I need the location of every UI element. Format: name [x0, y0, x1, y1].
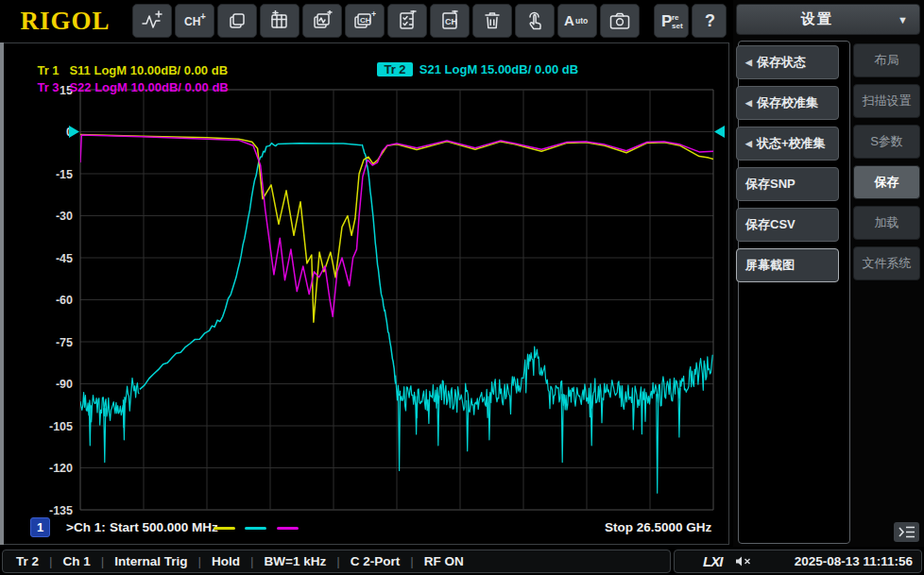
tab-label: 加载 [875, 214, 899, 231]
svg-text:CH: CH [184, 15, 200, 28]
sidebar-tab-2[interactable]: 扫描设置 [853, 84, 920, 118]
stop-frequency-label[interactable]: Stop 26.5000 GHz [605, 520, 711, 534]
datetime-label: 2025-08-13 11:11:56 [795, 554, 913, 568]
sidebar-tab-4[interactable]: 保存 [853, 165, 920, 199]
sidebar-tab-1[interactable]: 布局 [853, 43, 920, 77]
submenu-arrow-icon: ◀ [745, 98, 752, 108]
status-separator: | [198, 554, 202, 568]
submenu-label: 保存CSV [745, 216, 796, 233]
help-icon: ? [702, 10, 717, 31]
window-trace-button[interactable] [302, 4, 342, 38]
sidebar-tab-3[interactable]: S参数 [853, 125, 920, 159]
chart-window[interactable] [1, 42, 729, 545]
status-separator: | [250, 554, 254, 568]
status-item-4: Hold [212, 554, 240, 568]
layers-icon [227, 10, 248, 31]
submenu-item-3[interactable]: ◀状态+校准集 [736, 127, 839, 161]
tab-label: 扫描设置 [863, 93, 912, 110]
channel-new-button[interactable]: CH+ [175, 4, 214, 38]
auto-icon: Auto [563, 11, 591, 30]
window-number-badge[interactable]: 1 [30, 517, 50, 537]
legend-swatch-s21 [245, 527, 266, 530]
delete-button[interactable] [472, 4, 512, 38]
status-bar: Tr 2|Ch 1|Internal Trig|Hold|BW=1 kHz|C … [0, 548, 924, 575]
recall-channel-button[interactable]: CH [430, 4, 470, 38]
window-channel-button[interactable]: CH+ [345, 4, 385, 38]
submenu-label: 屏幕截图 [745, 257, 795, 274]
rigol-logo: RIGOL [4, 3, 127, 39]
table-plus-icon [269, 10, 290, 31]
status-item-3: Internal Trig [114, 554, 187, 568]
trash-icon [483, 10, 502, 31]
toolbar: RIGOL CH+CH+CHAutoPreset? [0, 0, 729, 42]
touch-icon [524, 10, 545, 31]
submenu-label: 保存SNP [745, 176, 796, 193]
svg-text:A: A [564, 12, 574, 28]
submenu-item-1[interactable]: ◀保存状态 [736, 45, 839, 79]
table-new-button[interactable] [260, 4, 299, 38]
trace-new-icon [141, 10, 163, 31]
svg-text:?: ? [705, 11, 715, 30]
trace3-params: S22 LogM 10.00dB/ 0.00 dB [69, 80, 228, 94]
preset-icon: Preset [659, 10, 684, 31]
preset-button[interactable]: Preset [654, 4, 689, 38]
channel-prefix: >Ch 1: [66, 520, 106, 534]
svg-text:uto: uto [575, 16, 588, 25]
svg-text:set: set [672, 22, 683, 30]
trace-label-tr3[interactable]: Tr 3 S22 LogM 10.00dB/ 0.00 dB [24, 66, 229, 109]
recall-state-button[interactable] [387, 4, 427, 38]
status-item-2: Ch 1 [63, 554, 91, 568]
status-separator: | [49, 554, 53, 568]
touch-button[interactable] [515, 4, 555, 38]
submenu-label: 保存校准集 [757, 94, 818, 111]
toolbar-buttons: CH+CH+CHAutoPreset? [132, 4, 729, 38]
window-active-edge [0, 42, 4, 545]
submenu-item-2[interactable]: ◀保存校准集 [736, 86, 839, 120]
autoscale-button[interactable]: Auto [557, 4, 597, 38]
trace-new-button[interactable] [132, 4, 172, 38]
chevron-down-icon: ▼ [898, 14, 908, 25]
page-channel-icon: CH [439, 10, 460, 31]
trace2-params: S21 LogM 15.00dB/ 0.00 dB [419, 62, 578, 76]
sidebar-tab-5[interactable]: 加载 [853, 206, 920, 240]
tab-label: 保存 [875, 174, 899, 191]
submenu-arrow-icon: ◀ [745, 139, 752, 148]
sidebar-title: 设置 [737, 10, 898, 28]
help-button[interactable]: ? [692, 4, 727, 38]
submenu-item-6[interactable]: 屏幕截图 [736, 248, 839, 282]
camera-icon [608, 11, 631, 30]
tab-label: S参数 [870, 133, 903, 150]
window-trace-icon [312, 10, 333, 31]
submenu-item-5[interactable]: 保存CSV [736, 208, 839, 242]
status-right: LXI 2025-08-13 11:11:56 [674, 550, 922, 573]
submenu-arrow-icon: ◀ [745, 58, 752, 67]
lxi-logo: LXI [703, 553, 722, 569]
submenu-item-4[interactable]: 保存SNP [736, 167, 839, 201]
svg-text:CH: CH [445, 17, 457, 26]
status-separator: | [336, 554, 340, 568]
menu-collapse-button[interactable] [894, 522, 919, 542]
status-item-1: Tr 2 [16, 554, 39, 568]
window-channel-icon: CH+ [353, 10, 376, 31]
submenu-label: 状态+校准集 [757, 135, 826, 152]
speaker-mute-icon[interactable] [735, 555, 751, 567]
legend-swatch-s11 [214, 527, 235, 530]
status-items: Tr 2|Ch 1|Internal Trig|Hold|BW=1 kHz|C … [2, 550, 671, 573]
submenu-label: 保存状态 [757, 54, 806, 71]
svg-text:CH: CH [360, 16, 371, 25]
svg-text:+: + [200, 11, 206, 22]
page-check-icon [397, 10, 418, 31]
screenshot-button[interactable] [600, 4, 640, 38]
channel-row: 1 >Ch 1: Start 500.000 MHz Stop 26.5000 … [0, 517, 729, 540]
sidebar-tab-6[interactable]: 文件系统 [853, 246, 920, 280]
status-item-6: C 2-Port [351, 554, 401, 568]
window-layout-button[interactable] [217, 4, 257, 38]
trace2-active-badge: Tr 2 [377, 62, 412, 76]
svg-text:re: re [672, 13, 679, 22]
svg-text:P: P [661, 12, 672, 30]
channel-new-icon: CH+ [182, 11, 207, 30]
start-frequency-label[interactable]: Start 500.000 MHz [110, 520, 218, 534]
sidebar-header-button[interactable]: 设置 ▼ [736, 4, 920, 35]
trace-label-tr2[interactable]: Tr 2 S21 LogM 15.00dB/ 0.00 dB [364, 48, 578, 91]
status-separator: | [101, 554, 105, 568]
